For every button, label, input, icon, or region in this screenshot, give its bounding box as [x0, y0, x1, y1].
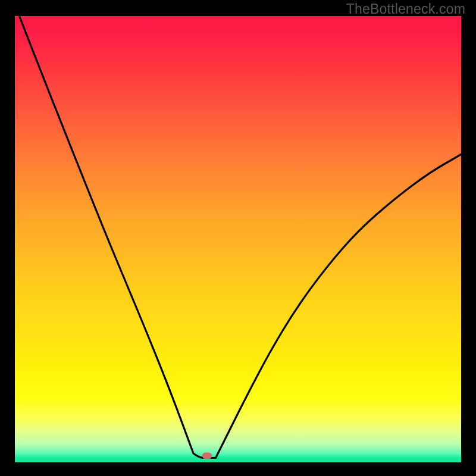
watermark-text: TheBottleneck.com	[346, 1, 465, 17]
chart-frame: TheBottleneck.com	[0, 0, 476, 476]
plot-area	[15, 16, 461, 462]
bottleneck-curve	[15, 16, 461, 462]
minimum-marker	[202, 452, 212, 459]
